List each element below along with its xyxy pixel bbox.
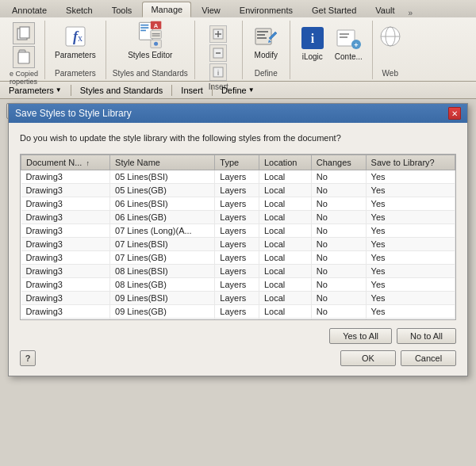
table-row: Drawing306 Lines(GB)LayersLocalNoYes [21, 211, 455, 224]
cell-style_name: 06 Lines(GB) [110, 211, 215, 224]
insert-icon-3: i [209, 63, 227, 81]
strip-parameters-dropdown[interactable]: ▼ [56, 86, 62, 94]
tab-environments[interactable]: Environments [231, 2, 301, 17]
copy-icon [13, 22, 35, 44]
cell-style_name: 07 Lines(GB) [110, 251, 215, 265]
cell-type: Layers [215, 251, 259, 265]
tab-get-started[interactable]: Get Started [303, 2, 365, 17]
dialog-help-button[interactable]: ? [20, 350, 36, 366]
cell-save_to_library: Yes [366, 224, 455, 238]
cell-style_name: 07 Lines(BSI) [110, 238, 215, 251]
svg-text:A: A [154, 22, 159, 29]
strip-parameters-label: Parameters [9, 86, 54, 95]
table-row: Drawing305 Lines(BSI)LayersLocalNoYes [21, 170, 455, 184]
cell-location: Local [259, 224, 311, 238]
cell-location: Local [259, 251, 311, 265]
col-header-doc-name[interactable]: Document N... ↑ [21, 155, 110, 170]
ilogic-button[interactable]: i iLogic [297, 24, 328, 63]
insert-btn-1[interactable] [209, 25, 227, 43]
parameters-label: Parameters [55, 51, 96, 59]
cell-save_to_library: Yes [366, 211, 455, 224]
modify-label: Modify [255, 51, 278, 59]
cell-changes: No [311, 251, 366, 265]
col-header-save-to-library[interactable]: Save to Library? [366, 155, 455, 170]
tab-sketch[interactable]: Sketch [57, 2, 102, 17]
insert-btn-2[interactable] [209, 44, 227, 62]
cell-doc_name: Drawing3 [21, 305, 110, 319]
svg-rect-1 [20, 27, 29, 38]
strip-styles-btn[interactable]: Styles and Standards [75, 84, 169, 97]
cell-type: Layers [215, 184, 259, 197]
insert-icon-1 [209, 25, 227, 43]
dialog-close-button[interactable]: ✕ [448, 107, 461, 120]
cell-type: Layers [215, 292, 259, 305]
col-header-location[interactable]: Location [259, 155, 311, 170]
tab-tools[interactable]: Tools [103, 2, 141, 17]
yes-to-all-button[interactable]: Yes to All [329, 328, 392, 344]
table-row: Drawing307 Lines(GB)LayersLocalNoYes [21, 251, 455, 265]
tab-vault[interactable]: Vault [367, 2, 403, 17]
cancel-button[interactable]: Cancel [401, 350, 456, 366]
svg-rect-27 [257, 34, 265, 36]
cell-changes: No [311, 265, 366, 278]
styles-editor-button[interactable]: A Styles Editor [125, 22, 175, 61]
insert-btn-3[interactable]: i [209, 63, 227, 81]
strip-styles-label: Styles and Standards [80, 86, 163, 95]
cell-style_name: 09 Lines(BSI) [110, 292, 215, 305]
cell-save_to_library: Yes [366, 319, 455, 321]
dialog-body: Do you wish to update the style library … [9, 123, 467, 376]
cell-style_name: 08 Lines(GB) [110, 278, 215, 292]
dialog-titlebar: Save Styles to Style Library ✕ [9, 104, 467, 123]
svg-text:+: + [355, 41, 359, 49]
cell-changes: No [311, 211, 366, 224]
cell-changes: No [311, 184, 366, 197]
ribbon-tabs: Annotate Sketch Tools Manage View Enviro… [0, 0, 476, 17]
tab-manage[interactable]: Manage [142, 2, 191, 17]
dialog-action-buttons: Yes to All No to All [20, 328, 456, 344]
cell-doc_name: Drawing3 [21, 265, 110, 278]
strip-define-dropdown[interactable]: ▼ [248, 86, 255, 94]
conte-button[interactable]: + Conte... [332, 24, 366, 63]
svg-text:i: i [311, 32, 315, 45]
col-header-type[interactable]: Type [215, 155, 259, 170]
cell-save_to_library: Yes [366, 197, 455, 211]
group-label-copied: e Copiedroperties [10, 68, 38, 86]
ribbon-content: e Copiedroperties f x Parameters Paramet… [0, 17, 476, 81]
tab-annotate[interactable]: Annotate [3, 2, 56, 17]
parameters-button[interactable]: f x Parameters [52, 22, 99, 61]
strip-define-btn[interactable]: Define ▼ [216, 84, 260, 97]
strip-parameters-btn[interactable]: Parameters ▼ [3, 84, 67, 97]
styles-table-container[interactable]: Document N... ↑ Style Name Type Location… [20, 154, 456, 320]
cell-type: Layers [215, 238, 259, 251]
group-label-web: Web [382, 67, 398, 78]
styles-table: Document N... ↑ Style Name Type Location… [21, 155, 455, 320]
ok-button[interactable]: OK [340, 350, 396, 366]
modify-button[interactable]: Modify [250, 22, 282, 61]
no-to-all-button[interactable]: No to All [397, 328, 456, 344]
strip-insert-btn[interactable]: Insert [175, 84, 209, 97]
group-web: Web [373, 21, 408, 79]
strip-divider-1 [71, 85, 71, 96]
cell-changes: No [311, 197, 366, 211]
cell-save_to_library: Yes [366, 184, 455, 197]
modify-icon [253, 24, 278, 49]
svg-rect-3 [18, 52, 29, 63]
group-ilogic: i iLogic + [290, 21, 373, 79]
conte-icon: + [336, 25, 361, 51]
ribbon-overflow[interactable]: » [409, 9, 413, 17]
save-styles-dialog: Save Styles to Style Library ✕ Do you wi… [8, 103, 468, 376]
tab-view[interactable]: View [193, 2, 229, 17]
col-header-style-name[interactable]: Style Name [110, 155, 215, 170]
cell-changes: No [311, 319, 366, 321]
cell-style_name: 05 Lines(GB) [110, 184, 215, 197]
svg-rect-8 [140, 25, 148, 26]
strip-insert-label: Insert [181, 86, 203, 95]
cell-type: Layers [215, 265, 259, 278]
col-header-changes[interactable]: Changes [311, 155, 366, 170]
group-label-styles: Styles and Standards [113, 67, 188, 78]
cell-save_to_library: Yes [366, 278, 455, 292]
cell-changes: No [311, 238, 366, 251]
cell-style_name: 10 Lines(BSI) [110, 319, 215, 321]
dialog-title: Save Styles to Style Library [15, 108, 132, 119]
table-row: Drawing306 Lines(BSI)LayersLocalNoYes [21, 197, 455, 211]
